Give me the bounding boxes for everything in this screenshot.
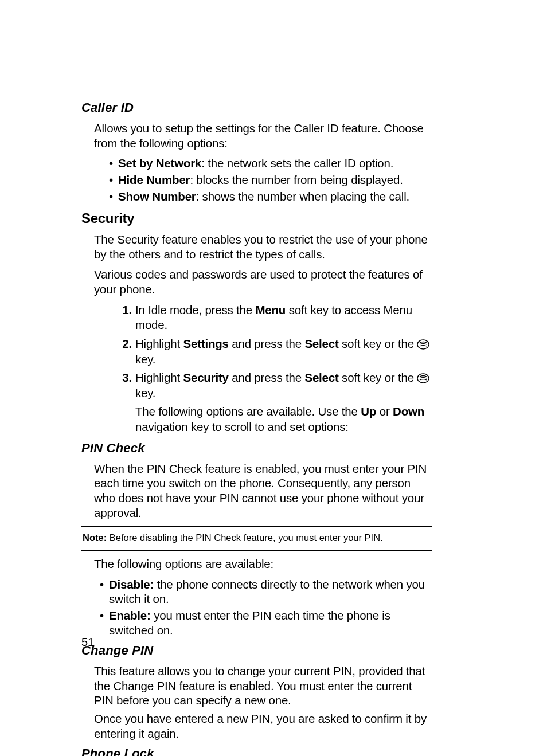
step-bold: Menu bbox=[255, 303, 286, 316]
step-text: The following options are available. Use… bbox=[135, 405, 361, 418]
step-text: In Idle mode, press the bbox=[135, 303, 255, 316]
step-bold: Up bbox=[361, 405, 376, 418]
manual-page: Caller ID Allows you to setup the settin… bbox=[0, 0, 547, 756]
ok-key-icon bbox=[417, 373, 429, 383]
step-text: or bbox=[376, 405, 393, 418]
step-text: soft key or the bbox=[339, 371, 417, 384]
step-continuation: The following options are available. Use… bbox=[135, 404, 432, 434]
security-p2: Various codes and passwords are used to … bbox=[94, 267, 432, 296]
option-label: Set by Network bbox=[118, 156, 201, 170]
option-label: Show Number bbox=[118, 190, 196, 203]
step-bold: Select bbox=[304, 371, 338, 384]
option-label: Disable: bbox=[109, 578, 154, 591]
svg-point-1 bbox=[417, 374, 429, 383]
option-desc: : the network sets the caller ID option. bbox=[201, 156, 393, 170]
list-item: Show Number: shows the number when placi… bbox=[109, 189, 432, 204]
step-text: soft key or the bbox=[339, 337, 417, 350]
step-1: 1. In Idle mode, press the Menu soft key… bbox=[116, 303, 432, 333]
list-item: Hide Number: blocks the number from bein… bbox=[109, 173, 432, 187]
option-desc: you must enter the PIN each time the pho… bbox=[109, 609, 390, 637]
pin-check-p1: When the PIN Check feature is enabled, y… bbox=[94, 461, 432, 520]
ok-key-icon bbox=[417, 339, 429, 350]
svg-point-0 bbox=[417, 340, 429, 349]
change-pin-p1: This feature allows you to change your c… bbox=[94, 664, 432, 708]
caller-id-intro: Allows you to setup the settings for the… bbox=[94, 121, 432, 150]
option-desc: the phone connects directly to the netwo… bbox=[109, 578, 425, 606]
step-bold: Settings bbox=[183, 337, 228, 350]
step-text: and press the bbox=[229, 337, 305, 350]
heading-pin-check: PIN Check bbox=[81, 441, 432, 456]
step-text: key. bbox=[135, 386, 155, 399]
step-number: 3. bbox=[116, 370, 132, 386]
list-item: Disable: the phone connects directly to … bbox=[100, 577, 432, 606]
step-3: 3. Highlight Security and press the Sele… bbox=[116, 370, 432, 435]
security-steps: 1. In Idle mode, press the Menu soft key… bbox=[116, 303, 432, 435]
step-2: 2. Highlight Settings and press the Sele… bbox=[116, 336, 432, 367]
option-desc: : shows the number when placing the call… bbox=[196, 190, 409, 203]
step-number: 2. bbox=[116, 336, 132, 352]
note-box: Note: Before disabling the PIN Check fea… bbox=[81, 526, 432, 551]
step-bold: Security bbox=[183, 371, 228, 384]
heading-phone-lock: Phone Lock bbox=[81, 746, 432, 756]
change-pin-p2: Once you have entered a new PIN, you are… bbox=[94, 711, 432, 741]
step-bold: Down bbox=[393, 405, 424, 418]
step-text: Highlight bbox=[135, 337, 183, 350]
pin-check-p2: The following options are available: bbox=[94, 557, 432, 571]
step-text: navigation key to scroll to and set opti… bbox=[135, 420, 349, 433]
step-number: 1. bbox=[116, 303, 132, 318]
step-bold: Select bbox=[304, 337, 338, 350]
step-text: and press the bbox=[229, 371, 305, 384]
step-text: key. bbox=[135, 352, 155, 366]
list-item: Set by Network: the network sets the cal… bbox=[109, 156, 432, 171]
pin-check-options: Disable: the phone connects directly to … bbox=[100, 577, 432, 638]
option-desc: : blocks the number from being displayed… bbox=[190, 173, 403, 186]
list-item: Enable: you must enter the PIN each time… bbox=[100, 608, 432, 637]
page-number: 51 bbox=[81, 636, 94, 649]
step-text: Highlight bbox=[135, 371, 183, 384]
option-label: Enable: bbox=[109, 609, 151, 622]
heading-change-pin: Change PIN bbox=[81, 643, 432, 658]
security-p1: The Security feature enables you to rest… bbox=[94, 232, 432, 261]
note-text: Before disabling the PIN Check feature, … bbox=[107, 532, 383, 543]
option-label: Hide Number bbox=[118, 173, 190, 186]
heading-security: Security bbox=[81, 210, 432, 226]
heading-caller-id: Caller ID bbox=[81, 100, 432, 115]
caller-id-options: Set by Network: the network sets the cal… bbox=[109, 156, 432, 203]
note-label: Note: bbox=[83, 532, 107, 543]
